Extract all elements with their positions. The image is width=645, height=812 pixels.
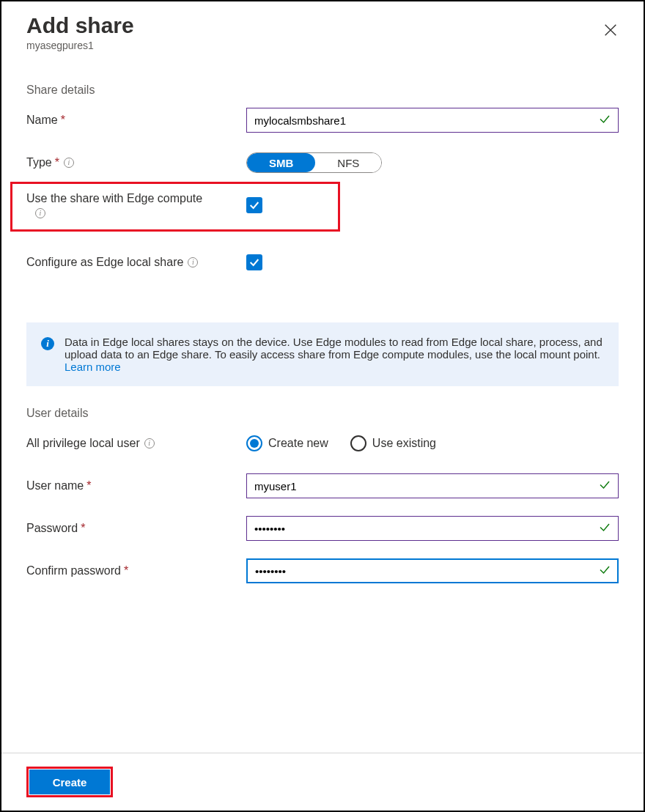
type-row: Type * i SMB NFS bbox=[26, 147, 619, 179]
password-row: Password * bbox=[26, 512, 619, 545]
check-icon bbox=[248, 199, 260, 211]
username-ctrl bbox=[246, 473, 619, 498]
info-fill-icon: i bbox=[41, 337, 54, 350]
configure-local-checkbox[interactable] bbox=[246, 254, 262, 270]
password-ctrl bbox=[246, 516, 619, 541]
info-callout: i Data in Edge local shares stays on the… bbox=[26, 322, 619, 386]
configure-local-label: Configure as Edge local share bbox=[26, 256, 183, 269]
confirm-password-input[interactable] bbox=[246, 558, 619, 583]
edge-compute-label-col: Use the share with Edge compute i bbox=[26, 192, 246, 218]
password-label-col: Password * bbox=[26, 522, 246, 535]
info-icon[interactable]: i bbox=[64, 158, 74, 168]
confirm-password-label-col: Confirm password * bbox=[26, 564, 246, 577]
resource-name: myasegpures1 bbox=[26, 40, 619, 51]
type-option-smb[interactable]: SMB bbox=[247, 153, 315, 172]
configure-local-row: Configure as Edge local share i bbox=[26, 246, 619, 278]
priv-user-row: All privilege local user i Create new Us… bbox=[26, 427, 619, 459]
close-button[interactable] bbox=[602, 22, 619, 40]
check-icon bbox=[248, 256, 260, 268]
check-icon bbox=[598, 564, 611, 579]
configure-local-label-col: Configure as Edge local share i bbox=[26, 256, 246, 269]
type-label: Type bbox=[26, 156, 52, 169]
edge-compute-row: Use the share with Edge compute i bbox=[26, 189, 619, 221]
radio-create-new-label: Create new bbox=[268, 437, 328, 450]
required-mark: * bbox=[61, 114, 65, 127]
close-icon bbox=[602, 22, 619, 38]
priv-user-radio-group: Create new Use existing bbox=[246, 435, 619, 451]
required-mark: * bbox=[55, 156, 59, 169]
name-row: Name * bbox=[26, 104, 619, 136]
type-label-col: Type * i bbox=[26, 156, 246, 169]
radio-icon bbox=[246, 435, 262, 451]
callout-text: Data in Edge local shares stays on the d… bbox=[64, 336, 602, 361]
check-icon bbox=[598, 113, 611, 128]
name-ctrl bbox=[246, 108, 619, 133]
panel-footer: Create bbox=[1, 753, 644, 811]
highlight-create-button: Create bbox=[26, 767, 113, 797]
check-icon bbox=[598, 479, 611, 494]
info-icon[interactable]: i bbox=[144, 438, 155, 449]
type-ctrl: SMB NFS bbox=[246, 152, 619, 173]
priv-user-label: All privilege local user bbox=[26, 437, 140, 450]
configure-local-ctrl bbox=[246, 254, 619, 270]
username-row: User name * bbox=[26, 470, 619, 502]
edge-compute-ctrl bbox=[246, 197, 619, 213]
radio-icon bbox=[350, 435, 366, 451]
required-mark: * bbox=[124, 564, 128, 577]
edge-compute-label: Use the share with Edge compute bbox=[26, 192, 202, 205]
username-label: User name bbox=[26, 479, 84, 492]
password-input[interactable] bbox=[246, 516, 619, 541]
priv-user-label-col: All privilege local user i bbox=[26, 437, 246, 450]
priv-user-ctrl: Create new Use existing bbox=[246, 435, 619, 451]
check-icon bbox=[598, 521, 611, 536]
page-title: Add share bbox=[26, 13, 619, 38]
add-share-panel: Add share myasegpures1 Share details Nam… bbox=[0, 0, 645, 812]
edge-compute-checkbox[interactable] bbox=[246, 197, 262, 213]
confirm-password-ctrl bbox=[246, 558, 619, 583]
username-label-col: User name * bbox=[26, 479, 246, 492]
panel-content: Share details Name * Type * i bbox=[1, 59, 644, 753]
confirm-password-label: Confirm password bbox=[26, 564, 121, 577]
create-button[interactable]: Create bbox=[29, 769, 110, 794]
type-pill-group: SMB NFS bbox=[246, 152, 382, 173]
username-input[interactable] bbox=[246, 473, 619, 498]
name-label: Name bbox=[26, 114, 58, 127]
user-details-heading: User details bbox=[26, 407, 619, 420]
radio-use-existing-label: Use existing bbox=[372, 437, 436, 450]
confirm-password-row: Confirm password * bbox=[26, 555, 619, 587]
required-mark: * bbox=[81, 522, 85, 535]
panel-header: Add share myasegpures1 bbox=[1, 1, 644, 59]
info-icon[interactable]: i bbox=[188, 257, 198, 267]
learn-more-link[interactable]: Learn more bbox=[64, 361, 121, 373]
share-details-heading: Share details bbox=[26, 84, 619, 97]
type-option-nfs[interactable]: NFS bbox=[315, 153, 381, 172]
required-mark: * bbox=[86, 479, 91, 492]
info-icon[interactable]: i bbox=[35, 208, 45, 218]
radio-use-existing[interactable]: Use existing bbox=[350, 435, 436, 451]
radio-create-new[interactable]: Create new bbox=[246, 435, 328, 451]
name-input[interactable] bbox=[246, 108, 619, 133]
name-label-col: Name * bbox=[26, 114, 246, 127]
password-label: Password bbox=[26, 522, 78, 535]
